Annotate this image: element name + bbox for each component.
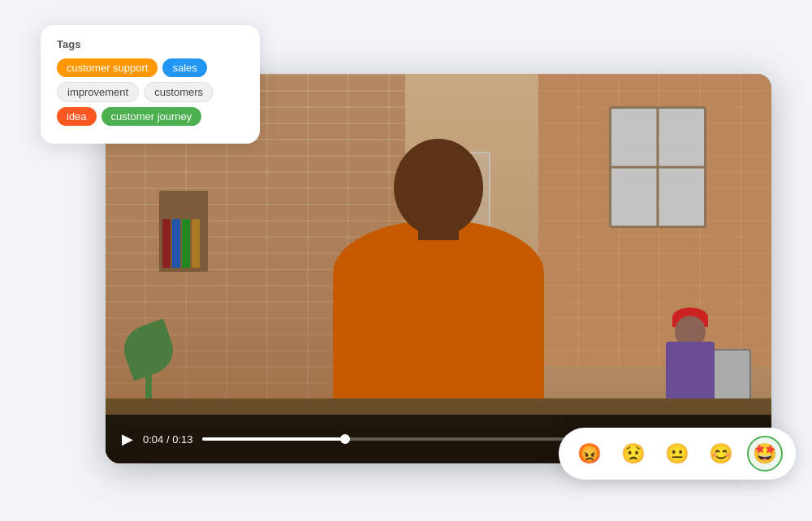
emoji-sad[interactable]: 😟 [615, 436, 651, 471]
emoji-love[interactable]: 🤩 [747, 436, 783, 471]
tag-customer-journey[interactable]: customer journey [102, 107, 202, 126]
emoji-neutral[interactable]: 😐 [659, 436, 695, 471]
main-person [309, 123, 568, 398]
plant [132, 334, 165, 398]
scene: Tags customer support sales improvement … [41, 25, 771, 496]
tags-title: Tags [57, 38, 244, 50]
tags-card: Tags customer support sales improvement … [41, 25, 260, 144]
book-2 [172, 219, 180, 268]
plant-stem [145, 358, 152, 398]
bookshelf [159, 191, 208, 272]
progress-dot [340, 434, 350, 444]
tag-improvement[interactable]: improvement [57, 82, 139, 102]
tag-sales[interactable]: sales [162, 58, 206, 77]
tags-row-3: idea customer journey [57, 107, 244, 126]
tags-row-1: customer support sales [57, 58, 244, 77]
tag-customer-support[interactable]: customer support [57, 58, 158, 77]
tag-customers[interactable]: customers [144, 82, 214, 102]
person-body [333, 220, 544, 398]
tags-row-2: improvement customers [57, 82, 244, 102]
window-cross-vertical [657, 109, 659, 226]
book-3 [182, 219, 190, 268]
time-display: 0:04 / 0:13 [143, 433, 192, 446]
emoji-panel: 😡 😟 😐 😊 🤩 [559, 428, 796, 480]
book-1 [162, 219, 171, 268]
emoji-happy[interactable]: 😊 [703, 436, 739, 471]
person-head [394, 139, 483, 236]
background-person [658, 301, 723, 415]
tag-idea[interactable]: idea [57, 107, 97, 126]
window [609, 106, 706, 228]
progress-fill [202, 437, 344, 441]
play-button[interactable]: ▶ [122, 430, 133, 448]
book-4 [192, 219, 200, 268]
emoji-angry[interactable]: 😡 [572, 436, 607, 471]
